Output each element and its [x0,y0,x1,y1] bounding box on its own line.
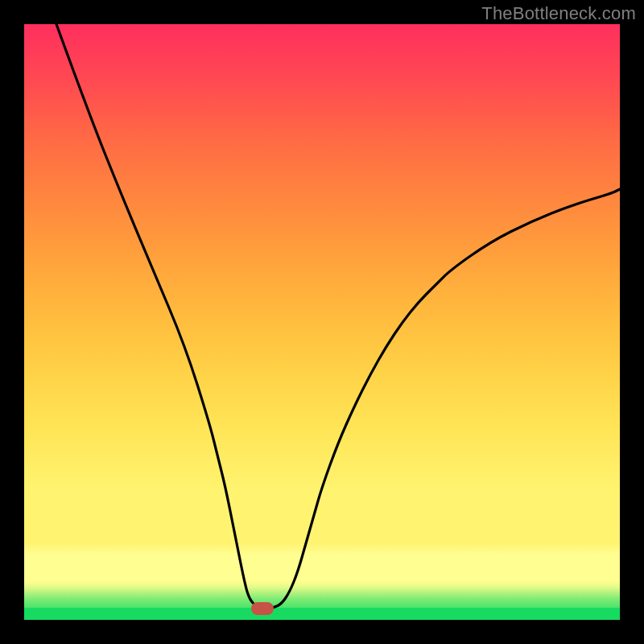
watermark-text: TheBottleneck.com [481,3,636,24]
plot-area [24,24,620,620]
bottleneck-curve [24,24,620,620]
chart-frame: TheBottleneck.com [0,0,644,644]
optimal-point-marker [251,602,274,615]
